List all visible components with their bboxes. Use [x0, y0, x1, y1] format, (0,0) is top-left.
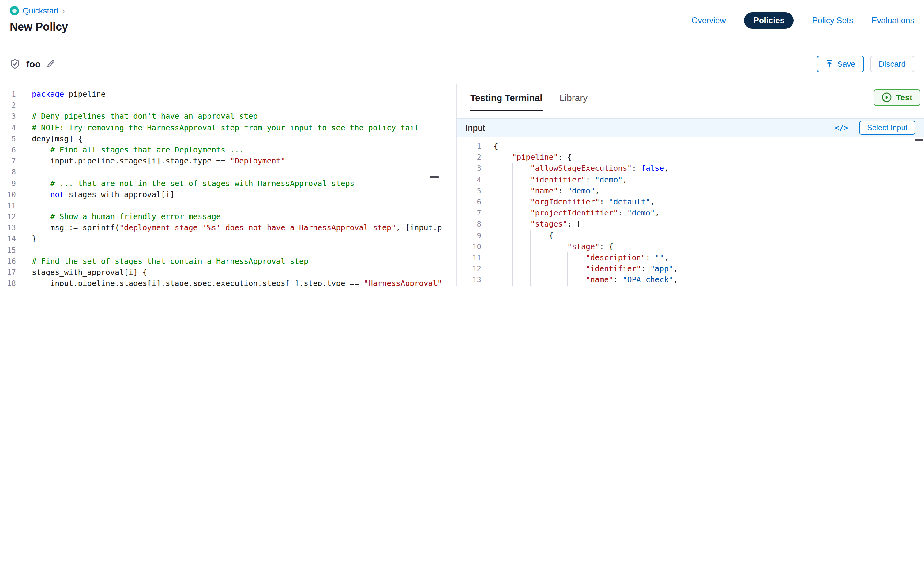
- indent-guide: [512, 252, 512, 263]
- line-number: 5: [0, 133, 16, 144]
- indent-guide: [493, 274, 494, 286]
- select-input-button[interactable]: Select Input: [859, 121, 915, 135]
- indent-guide: [512, 208, 512, 219]
- input-json-editor[interactable]: 1{2 "pipeline": {3 "allowStageExecutions…: [457, 137, 924, 286]
- code-line-content: }: [32, 233, 456, 244]
- test-button[interactable]: Test: [874, 89, 920, 106]
- breadcrumb-link-quickstart[interactable]: Quickstart: [23, 6, 58, 15]
- line-number: 16: [0, 256, 16, 267]
- indent-guide: [549, 274, 550, 286]
- discard-button[interactable]: Discard: [870, 55, 914, 72]
- line-number: 9: [0, 178, 16, 189]
- code-line: 14 "spec": {: [457, 286, 924, 286]
- line-number: 8: [457, 219, 481, 230]
- code-line-content: "pipeline": {: [493, 152, 924, 163]
- code-line-content: {: [493, 141, 924, 152]
- indent-guide: [567, 252, 568, 263]
- project-icon: [10, 6, 19, 15]
- line-number: 3: [0, 111, 16, 122]
- indent-guide: [493, 208, 494, 219]
- line-number: 10: [457, 241, 481, 252]
- indent-guide: [512, 263, 512, 274]
- tab-library[interactable]: Library: [560, 84, 588, 111]
- code-line-content: [32, 200, 456, 211]
- indent-guide: [493, 163, 494, 174]
- indent-guide: [530, 263, 531, 274]
- indent-guide: [512, 219, 512, 230]
- line-number: 11: [457, 252, 481, 263]
- code-line: 10 "stage": {: [457, 241, 924, 252]
- code-line-content: "orgIdentifier": "default",: [493, 197, 924, 208]
- code-line-content: "name": "OPA check",: [493, 274, 924, 286]
- tab-testing-terminal[interactable]: Testing Terminal: [470, 84, 542, 111]
- header-left: Quickstart › New Policy: [10, 5, 68, 34]
- code-line: 8 "stages": [: [457, 219, 924, 230]
- indent-guide: [530, 230, 531, 241]
- indent-guide: [530, 274, 531, 286]
- line-number: 6: [457, 197, 481, 208]
- code-line: 13 "name": "OPA check",: [457, 274, 924, 286]
- line-number: 13: [0, 222, 16, 233]
- save-button[interactable]: Save: [817, 55, 864, 72]
- indent-guide: [530, 252, 531, 263]
- line-number: 15: [0, 244, 16, 255]
- policy-shield-icon: [10, 58, 20, 69]
- indent-guide: [512, 230, 512, 241]
- code-line-content: "name": "demo",: [493, 185, 924, 197]
- code-line: 18 input.pipeline.stages[i].stage.spec.e…: [0, 278, 456, 286]
- indent-guide: [512, 185, 512, 197]
- line-number: 7: [0, 155, 16, 166]
- line-number: 17: [0, 267, 16, 278]
- line-number: 14: [457, 286, 481, 286]
- line-number: 5: [457, 185, 481, 197]
- indent-guide: [567, 274, 568, 286]
- indent-guide: [32, 189, 33, 200]
- line-number: 4: [0, 122, 16, 133]
- code-line: 2 "pipeline": {: [457, 152, 924, 163]
- nav-policies[interactable]: Policies: [744, 12, 794, 29]
- indent-guide: [567, 263, 568, 274]
- indent-guide: [549, 241, 550, 252]
- line-number: 11: [0, 200, 16, 211]
- policy-code-editor[interactable]: 1package pipeline2 3# Deny pipelines tha…: [0, 84, 456, 286]
- code-line-content: # ... that are not in the set of stages …: [32, 178, 456, 189]
- code-line-content: [32, 167, 456, 178]
- nav-overview[interactable]: Overview: [691, 16, 726, 25]
- indent-guide: [512, 163, 512, 174]
- code-line-content: deny[msg] {: [32, 133, 456, 144]
- line-number: 1: [0, 89, 16, 100]
- indent-guide: [493, 174, 494, 185]
- indent-guide: [530, 241, 531, 252]
- testing-panel: Testing Terminal Library Test Input </>: [456, 84, 924, 286]
- code-icon[interactable]: </>: [835, 124, 848, 132]
- policy-toolbar: foo Save Discard: [0, 44, 924, 84]
- code-line: 11: [0, 200, 456, 211]
- code-line: 6 "orgIdentifier": "default",: [457, 197, 924, 208]
- code-line-content: # Show a human-friendly error message: [32, 211, 456, 222]
- code-line: 9 {: [457, 230, 924, 241]
- indent-guide: [493, 230, 494, 241]
- edit-pencil-icon[interactable]: [47, 59, 55, 68]
- nav-policy-sets[interactable]: Policy Sets: [812, 16, 853, 25]
- indent-guide: [32, 278, 33, 286]
- code-line: 16# Find the set of stages that contain …: [0, 256, 456, 267]
- code-line-content: "identifier": "demo",: [493, 174, 924, 185]
- code-line-content: not stages_with_approval[i]: [32, 189, 456, 200]
- code-line: 1package pipeline: [0, 89, 456, 100]
- chevron-right-icon: ›: [62, 6, 65, 15]
- indent-guide: [512, 241, 512, 252]
- code-line-content: # Find the set of stages that contain a …: [32, 256, 456, 267]
- line-number: 12: [457, 263, 481, 274]
- indent-guide: [493, 152, 494, 163]
- tab-testing-terminal-label: Testing Terminal: [470, 92, 542, 103]
- toolbar-actions: Save Discard: [817, 55, 914, 72]
- code-line-content: stages_with_approval[i] {: [32, 267, 456, 278]
- policy-name: foo: [26, 58, 41, 69]
- code-line: 15: [0, 244, 456, 255]
- code-line-content: input.pipeline.stages[i].stage.spec.exec…: [32, 278, 456, 286]
- indent-guide: [32, 167, 33, 178]
- indent-guide: [512, 174, 512, 185]
- play-circle-icon: [882, 92, 891, 102]
- nav-evaluations[interactable]: Evaluations: [871, 16, 914, 25]
- line-number: 8: [0, 167, 16, 178]
